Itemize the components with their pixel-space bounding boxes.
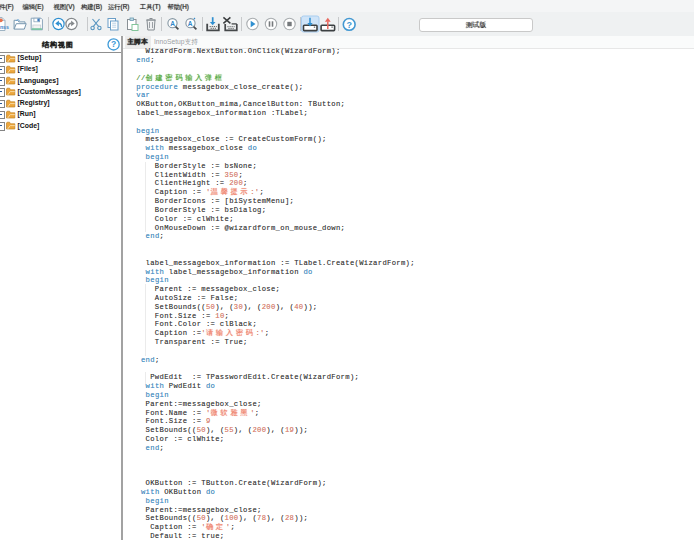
svg-text:?: ? xyxy=(111,39,116,49)
svg-text:A: A xyxy=(188,20,193,27)
svg-text:?: ? xyxy=(346,20,352,30)
svg-text:nss: nss xyxy=(0,24,9,30)
svg-text:A: A xyxy=(170,20,175,27)
